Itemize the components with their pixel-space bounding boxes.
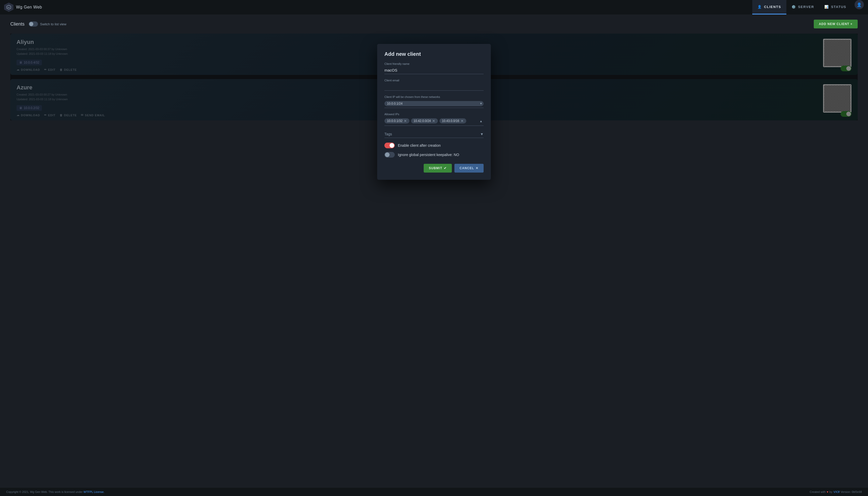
network-chip: 10.0.0.1/24 <box>384 101 484 106</box>
enable-client-toggle[interactable] <box>384 143 395 148</box>
clients-icon: 👤 <box>757 5 762 9</box>
svg-text:WG: WG <box>7 7 10 8</box>
footer-license-link[interactable]: WTFPL License. <box>83 490 104 493</box>
keepalive-toggle[interactable] <box>384 152 395 158</box>
nav-clients-label: CLIENTS <box>764 5 781 9</box>
switch-label: Switch to list view <box>40 22 66 26</box>
submit-check-icon: ✔ <box>444 166 447 170</box>
nav-item-clients[interactable]: 👤 CLIENTS <box>752 0 786 14</box>
toggle-track[interactable] <box>29 21 38 27</box>
enable-client-label: Enable client after creation <box>398 143 441 148</box>
form-group-name: Client friendly name <box>384 62 484 74</box>
networks-select-wrapper[interactable]: 10.0.0.1/24 ▼ <box>384 99 484 108</box>
remove-ip-0[interactable]: ✕ <box>404 119 407 123</box>
app-title: Wg Gen Web <box>16 5 42 10</box>
logo-area: WG Wg Gen Web <box>4 3 752 12</box>
nav-status-label: STATUS <box>831 5 846 9</box>
footer-right: Created with ♥ by VX3f Version: 0bf3c68 <box>810 490 862 493</box>
form-group-allowed-ips: Allowed IPs 10.0.0.1/32 ✕ 10.42.0.0/24 ✕… <box>384 113 484 126</box>
top-navigation: WG Wg Gen Web 👤 CLIENTS ⚙️ SERVER 📊 STAT… <box>0 0 868 14</box>
cards-area: Aliyun Created: 2021-03-03 00:37 by Unkn… <box>10 34 858 120</box>
tags-dropdown-arrow: ▼ <box>480 132 484 136</box>
clients-title: Clients <box>10 21 25 27</box>
allowed-ip-chip-0: 10.0.0.1/32 ✕ <box>384 118 409 123</box>
list-view-toggle[interactable]: Switch to list view <box>29 21 66 27</box>
allowed-ips-dropdown-arrow: ▲ <box>479 119 483 123</box>
footer-copyright: Copyright © 2021, Wg Gen Web. This work … <box>6 490 83 493</box>
allowed-ips-container: 10.0.0.1/32 ✕ 10.42.0.0/24 ✕ 10.43.0.0/1… <box>384 117 484 126</box>
add-new-client-button[interactable]: ADD NEW CLIENT + <box>814 20 858 28</box>
submit-label: SUBMIT <box>429 166 442 170</box>
footer-left: Copyright © 2021, Wg Gen Web. This work … <box>6 490 104 493</box>
tags-select[interactable]: Tags ▼ <box>384 130 484 138</box>
tags-label: Tags <box>384 132 392 136</box>
keepalive-label: Ignore global persistent keepalive: NO <box>398 153 459 157</box>
clients-left: Clients Switch to list view <box>10 21 66 27</box>
remove-ip-1[interactable]: ✕ <box>432 119 435 123</box>
status-icon: 📊 <box>824 5 829 9</box>
network-chip-value: 10.0.0.1/24 <box>387 102 402 105</box>
cancel-x-icon: ✕ <box>476 166 478 170</box>
main-content: Clients Switch to list view ADD NEW CLIE… <box>0 14 868 488</box>
allowed-ips-label: Allowed IPs <box>384 113 484 116</box>
allowed-ip-chip-1: 10.42.0.0/24 ✕ <box>411 118 438 123</box>
form-group-email: Client email <box>384 79 484 91</box>
server-icon: ⚙️ <box>792 5 796 9</box>
enable-toggle-row: Enable client after creation <box>384 143 484 148</box>
modal-title: Add new client <box>384 51 484 57</box>
nav-server-label: SERVER <box>798 5 814 9</box>
cancel-label: CANCEL <box>460 166 474 170</box>
footer-author-link[interactable]: VX3f <box>833 490 840 493</box>
toggle-thumb <box>29 22 33 26</box>
modal-actions: SUBMIT ✔ CANCEL ✕ <box>384 164 484 173</box>
name-input[interactable] <box>384 66 484 74</box>
submit-button[interactable]: SUBMIT ✔ <box>424 164 452 173</box>
nav-items: 👤 CLIENTS ⚙️ SERVER 📊 STATUS 👤 <box>752 0 864 14</box>
email-label: Client email <box>384 79 484 82</box>
logo-hex: WG <box>4 3 13 12</box>
heart-icon: ♥ <box>827 490 828 493</box>
name-label: Client friendly name <box>384 62 484 65</box>
nav-item-server[interactable]: ⚙️ SERVER <box>786 0 819 14</box>
add-client-modal: Add new client Client friendly name Clie… <box>377 44 491 180</box>
modal-overlay: Add new client Client friendly name Clie… <box>10 34 858 120</box>
email-input[interactable] <box>384 83 484 91</box>
keepalive-toggle-row: Ignore global persistent keepalive: NO <box>384 152 484 158</box>
user-avatar[interactable]: 👤 <box>855 0 864 9</box>
cancel-button[interactable]: CANCEL ✕ <box>454 164 484 173</box>
allowed-ip-chip-2: 10.43.0.0/16 ✕ <box>439 118 466 123</box>
footer: Copyright © 2021, Wg Gen Web. This work … <box>0 488 868 496</box>
form-group-tags: Tags ▼ <box>384 130 484 138</box>
nav-item-status[interactable]: 📊 STATUS <box>819 0 851 14</box>
remove-ip-2[interactable]: ✕ <box>461 119 464 123</box>
form-group-networks: Client IP will be chosen from these netw… <box>384 95 484 108</box>
clients-header: Clients Switch to list view ADD NEW CLIE… <box>10 20 858 28</box>
networks-label: Client IP will be chosen from these netw… <box>384 95 484 98</box>
